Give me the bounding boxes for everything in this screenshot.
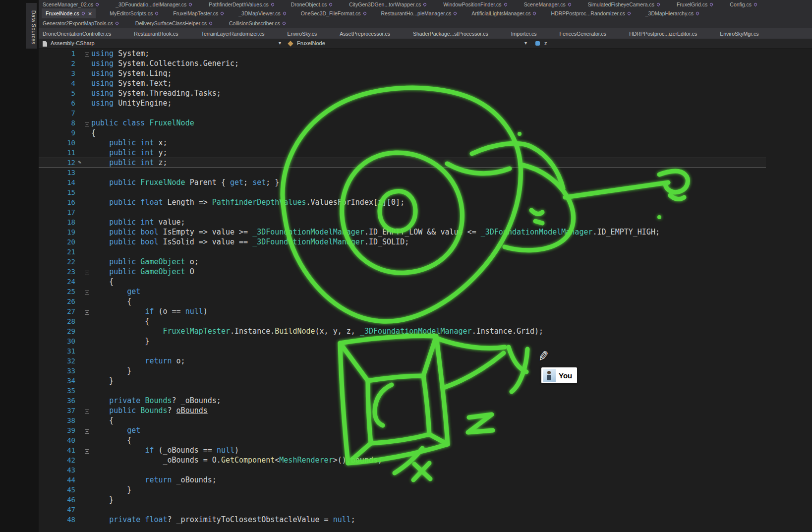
code-line[interactable]: 33 } bbox=[39, 366, 812, 376]
fold-collapse-control[interactable]: − bbox=[84, 287, 91, 296]
type-dropdown-arrow-icon[interactable]: ▾ bbox=[524, 40, 527, 46]
code-line[interactable]: 32 return o; bbox=[39, 356, 812, 366]
editor-tab[interactable]: FruxelMapTester.cs bbox=[172, 8, 225, 18]
fold-collapse-icon[interactable]: − bbox=[85, 310, 89, 315]
code-line[interactable]: 41− if (_oBounds == null) bbox=[39, 445, 812, 455]
editor-tab[interactable]: _3DMapHierarchy.cs bbox=[644, 8, 700, 18]
code-line[interactable]: 19 public bool IsEmpty => value >= _3DFo… bbox=[39, 227, 812, 237]
fold-collapse-icon[interactable]: − bbox=[85, 449, 89, 454]
code-line[interactable]: 31 bbox=[39, 346, 812, 356]
code-line[interactable]: 26 { bbox=[39, 296, 812, 306]
editor-tab[interactable]: CollisionSubscriber.cs bbox=[228, 18, 287, 28]
fold-collapse-control[interactable]: − bbox=[84, 267, 91, 277]
code-line[interactable]: 44 return _oBounds; bbox=[39, 475, 812, 485]
code-line[interactable]: 47 bbox=[39, 505, 812, 515]
code-line[interactable]: 6using UnityEngine; bbox=[39, 98, 812, 108]
code-line[interactable]: 28 { bbox=[39, 316, 812, 326]
editor-tab[interactable]: EnviroSkyMgr.cs bbox=[719, 28, 759, 39]
type-dropdown[interactable]: FruxelNode bbox=[297, 40, 325, 46]
code-line[interactable]: 42 _oBounds = O.GetComponent<MeshRendere… bbox=[39, 455, 812, 465]
project-dropdown[interactable]: Assembly-CSharp bbox=[51, 40, 95, 46]
editor-tab[interactable]: Importer.cs bbox=[510, 28, 538, 39]
code-line[interactable]: 48 private float? _proximityToClosestObs… bbox=[39, 515, 812, 525]
fold-collapse-icon[interactable]: − bbox=[85, 271, 89, 275]
editor-tab[interactable]: RestaurantHo...pleManager.cs bbox=[380, 8, 458, 18]
editor-tab[interactable]: WindowPositionFinder.cs bbox=[442, 0, 508, 8]
code-line[interactable]: 5using System.Threading.Tasks; bbox=[39, 88, 812, 98]
editor-tab[interactable]: Config.cs bbox=[729, 0, 758, 8]
fold-collapse-icon[interactable]: − bbox=[85, 53, 89, 57]
code-line[interactable]: 40 { bbox=[39, 435, 812, 445]
editor-tab[interactable]: EnviroSky.cs bbox=[286, 28, 318, 39]
editor-tab[interactable]: FruxelGrid.cs bbox=[676, 0, 714, 8]
editor-tab[interactable]: SceneManager_02.cs bbox=[42, 0, 100, 8]
editor-tab[interactable]: ArtificialLightsManager.cs bbox=[470, 8, 537, 18]
editor-tab[interactable]: SceneManager.cs bbox=[523, 0, 572, 8]
code-line[interactable]: 30 } bbox=[39, 336, 812, 346]
code-line[interactable]: 4using System.Text; bbox=[39, 78, 812, 88]
project-dropdown-arrow-icon[interactable]: ▾ bbox=[279, 40, 281, 46]
fold-collapse-control[interactable]: − bbox=[84, 425, 91, 435]
member-dropdown[interactable]: z bbox=[544, 40, 547, 46]
code-line[interactable]: 24 { bbox=[39, 277, 812, 287]
fold-collapse-control[interactable]: − bbox=[84, 445, 91, 455]
editor-tab[interactable]: _3DFoundatio...delManager.cs bbox=[115, 0, 193, 8]
code-line[interactable]: 35 bbox=[39, 386, 812, 396]
code-line[interactable]: 17 bbox=[39, 207, 812, 217]
code-line[interactable]: 43 bbox=[39, 465, 812, 475]
editor-tab[interactable]: PathfinderDepthValues.cs bbox=[208, 0, 275, 8]
code-line[interactable]: 36 private Bounds? _oBounds; bbox=[39, 396, 812, 406]
editor-tab[interactable]: DroneOrientationController.cs bbox=[42, 28, 112, 39]
code-line[interactable]: 15 bbox=[39, 187, 812, 197]
editor-tab[interactable]: FencesGenerator.cs bbox=[559, 28, 608, 39]
code-line[interactable]: 2using System.Collections.Generic; bbox=[39, 59, 812, 68]
fold-collapse-control[interactable]: − bbox=[84, 406, 91, 415]
code-line[interactable]: 46 } bbox=[39, 495, 812, 505]
code-line[interactable]: 27− if (o == null) bbox=[39, 306, 812, 316]
code-line[interactable]: 23− public GameObject O bbox=[39, 267, 812, 277]
fold-collapse-icon[interactable]: − bbox=[85, 291, 89, 295]
code-line[interactable]: 9{ bbox=[39, 128, 812, 138]
code-line[interactable]: 37− public Bounds? oBounds bbox=[39, 406, 812, 415]
code-line[interactable]: 3using System.Linq; bbox=[39, 68, 812, 78]
code-line[interactable]: 11 public int y; bbox=[39, 148, 812, 158]
code-line[interactable]: 21 bbox=[39, 247, 812, 257]
editor-tab[interactable]: DeliverySurfaceClassHelper.cs bbox=[134, 18, 213, 28]
editor-tab[interactable]: TerrainLayerRandomizer.cs bbox=[200, 28, 266, 39]
code-area[interactable]: 1−using System;2using System.Collections… bbox=[39, 49, 812, 532]
code-line[interactable]: 39− get bbox=[39, 425, 812, 435]
fold-collapse-icon[interactable]: − bbox=[85, 410, 89, 414]
editor-tab[interactable]: _3DMapViewer.cs bbox=[237, 8, 287, 18]
code-line[interactable]: 38 { bbox=[39, 415, 812, 425]
editor-tab[interactable]: AssetPreprocessor.cs bbox=[339, 28, 391, 39]
editor-tab[interactable]: MyEditorScripts.cs bbox=[109, 8, 159, 18]
editor-tab[interactable]: SimulatedFisheyeCamera.cs bbox=[587, 0, 661, 8]
fold-collapse-control[interactable]: − bbox=[84, 306, 91, 316]
code-line[interactable]: 45 } bbox=[39, 485, 812, 495]
code-line[interactable]: 1−using System; bbox=[39, 49, 812, 59]
editor-tab[interactable]: OneSec3D_FileFormat.cs bbox=[300, 8, 367, 18]
code-line[interactable]: 29 FruxelMapTester.Instance.BuildNode(x,… bbox=[39, 326, 812, 336]
editor-tab[interactable]: HDRPPostproc...Randomizer.cs bbox=[550, 8, 631, 18]
fold-collapse-control[interactable]: − bbox=[84, 118, 91, 128]
code-line[interactable]: 18 public int value; bbox=[39, 217, 812, 227]
editor-tab[interactable]: Generator2ExportMapTools.cs bbox=[42, 18, 119, 28]
code-line[interactable]: 10 public int x; bbox=[39, 138, 812, 148]
code-line[interactable]: 14 public FruxelNode Parent { get; set; … bbox=[39, 177, 812, 187]
code-line[interactable]: 7 bbox=[39, 108, 812, 118]
code-line[interactable]: 13 bbox=[39, 168, 812, 177]
code-line[interactable]: 22 public GameObject o; bbox=[39, 257, 812, 267]
code-line[interactable]: 16 public float Length => PathfinderDept… bbox=[39, 197, 812, 207]
editor-tab[interactable]: HDRPPostproc...izerEditor.cs bbox=[628, 28, 698, 39]
editor-tab[interactable]: CityGen3DGen...torWrapper.cs bbox=[348, 0, 427, 8]
editor-tab[interactable]: RestaurantHook.cs bbox=[133, 28, 179, 39]
editor-tab[interactable]: DroneObject.cs bbox=[290, 0, 333, 8]
data-sources-vertical-tab[interactable]: Data Sources bbox=[26, 3, 37, 49]
close-icon[interactable]: × bbox=[88, 10, 92, 17]
fold-collapse-control[interactable]: − bbox=[84, 49, 91, 59]
code-line[interactable]: 12✎ public int z; bbox=[39, 158, 766, 168]
fold-collapse-icon[interactable]: − bbox=[85, 122, 89, 126]
fold-collapse-icon[interactable]: − bbox=[85, 429, 89, 434]
code-line[interactable]: 34 } bbox=[39, 376, 812, 386]
editor-tab[interactable]: ShaderPackage...stProcessor.cs bbox=[412, 28, 489, 39]
